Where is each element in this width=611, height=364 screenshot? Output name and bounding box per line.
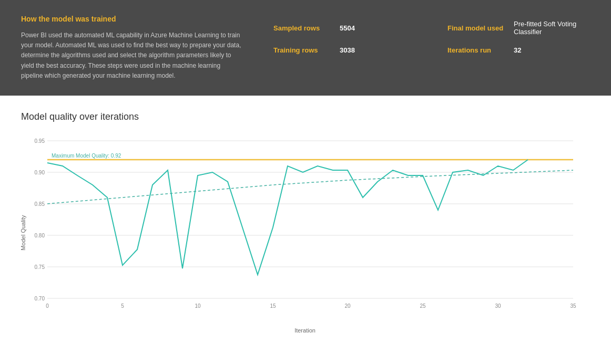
y-axis-label: Model Quality: [20, 215, 26, 250]
final-model-value: Pre-fitted Soft Voting Classifier: [514, 20, 590, 36]
header-description: Power BI used the automated ML capabilit…: [21, 30, 242, 81]
final-model-label: Final model used: [447, 24, 505, 32]
training-rows-value: 3038: [340, 46, 355, 54]
svg-text:15: 15: [270, 303, 276, 309]
svg-text:0.95: 0.95: [35, 138, 45, 144]
chart-container: Model Quality 0.95 0.90 0.85 0.80 0.75 0…: [21, 133, 589, 332]
svg-text:10: 10: [195, 303, 201, 309]
max-quality-label: Maximum Model Quality: 0.92: [52, 153, 121, 159]
svg-text:35: 35: [570, 303, 576, 309]
svg-text:0.70: 0.70: [35, 296, 45, 301]
final-model-row: Final model used Pre-fitted Soft Voting …: [447, 20, 590, 36]
iterations-row: Iterations run 32: [447, 46, 590, 54]
chart-section: Model quality over iterations Model Qual…: [0, 96, 611, 343]
sampled-rows-value: 5504: [340, 24, 355, 32]
header-stats: Sampled rows 5504 Final model used Pre-f…: [273, 15, 590, 54]
sampled-rows-label: Sampled rows: [273, 24, 331, 32]
svg-text:0.75: 0.75: [35, 264, 45, 270]
svg-text:0.80: 0.80: [35, 233, 45, 238]
trend-line: [47, 170, 573, 204]
quality-line: [47, 160, 528, 275]
svg-text:25: 25: [420, 303, 426, 309]
chart-svg: 0.95 0.90 0.85 0.80 0.75 0.70 0 5 10 15 …: [21, 133, 578, 322]
header-title: How the model was trained: [21, 15, 242, 23]
svg-text:30: 30: [495, 303, 501, 309]
iterations-value: 32: [514, 46, 521, 54]
header-panel: How the model was trained Power BI used …: [0, 0, 611, 96]
header-left: How the model was trained Power BI used …: [21, 15, 242, 81]
training-rows-row: Training rows 3038: [273, 46, 416, 54]
svg-text:0: 0: [46, 303, 49, 309]
chart-title: Model quality over iterations: [21, 111, 590, 122]
svg-text:0.85: 0.85: [35, 201, 45, 207]
sampled-rows-row: Sampled rows 5504: [273, 20, 416, 36]
svg-text:5: 5: [121, 303, 124, 309]
x-axis-label: Iteration: [21, 327, 589, 334]
iterations-label: Iterations run: [447, 46, 505, 54]
svg-text:20: 20: [344, 303, 351, 309]
svg-text:0.90: 0.90: [35, 170, 45, 175]
training-rows-label: Training rows: [273, 46, 331, 54]
